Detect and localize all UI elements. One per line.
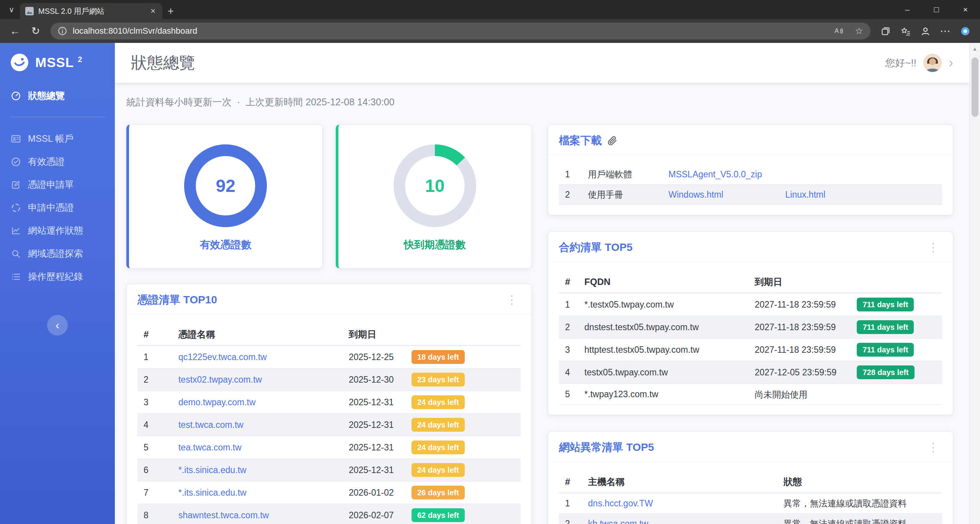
brand[interactable]: MSSL 2 (0, 43, 115, 79)
new-tab-button[interactable]: + (162, 3, 179, 19)
favorites-icon[interactable] (897, 22, 914, 40)
table-row: 2 dnstest.testx05.twpay.com.tw 2027-11-1… (559, 316, 942, 339)
days-left-badge: 24 days left (412, 395, 465, 409)
expiry-date: 2025-12-31 (349, 419, 407, 431)
days-left-badge: 26 days left (412, 486, 465, 499)
sidebar-item-site-status[interactable]: 網站運作狀態 (0, 219, 115, 242)
valid-certs-stat-card: 92 有效憑證數 (126, 124, 323, 269)
host-link[interactable]: dns.hcct.gov.TW (588, 498, 653, 508)
sidebar-item-domain-discovery[interactable]: 網域憑證探索 (0, 242, 115, 265)
cert-table: # 憑證名稱 到期日 1 (137, 324, 521, 524)
col-header-no: # (137, 324, 172, 346)
scrollbar-up-arrow[interactable]: ▲ (970, 43, 980, 54)
cert-name-link[interactable]: qc1225ev.twca.com.tw (178, 352, 267, 362)
days-left-badge: 18 days left (412, 350, 465, 364)
fqdn-text: *.testx05.twpay.com.tw (578, 293, 749, 316)
site-issues-title: 網站異常清單 TOP5 (559, 440, 654, 455)
table-row: 4 test.twca.com.tw 2025-12-3124 days lef… (137, 414, 521, 436)
contracts-title: 合約清單 TOP5 (559, 240, 632, 255)
days-left-badge: 23 days left (412, 373, 465, 386)
expiry-date: 2025-12-31 (349, 464, 407, 476)
table-row: 6 *.its.sinica.edu.tw 2025-12-3124 days … (137, 459, 521, 481)
address-bar[interactable]: localhost:8010/clmSvr/dashboard ☆ (51, 23, 871, 39)
refresh-button[interactable]: ↻ (27, 22, 44, 40)
tab-strip: ∨ MSSL 2.0 用戶網站 × + – □ × (0, 0, 980, 19)
sidebar-item-valid-certs[interactable]: 有效憑證 (0, 150, 115, 173)
sidebar-item-cert-requests[interactable]: 憑證申請單 (0, 173, 115, 196)
site-issues-menu-icon[interactable]: ⋮ (924, 442, 942, 453)
tab-close-icon[interactable]: × (149, 6, 157, 16)
browser-chrome: ∨ MSSL 2.0 用戶網站 × + – □ × ← ↻ localhost:… (0, 0, 980, 43)
cert-name-link[interactable]: testx02.twpay.com.tw (178, 375, 262, 385)
close-window-button[interactable]: × (951, 0, 980, 19)
sidebar-item-history-log[interactable]: 操作歷程紀錄 (0, 265, 115, 288)
update-info: 統計資料每小時更新一次 · 上次更新時間 2025-12-08 14:30:00 (126, 96, 953, 108)
url-text: localhost:8010/clmSvr/dashboard (73, 26, 825, 36)
more-menu-icon[interactable]: ⋯ (936, 22, 954, 40)
site-issues-card: 網站異常清單 TOP5 ⋮ # 主機名稱 狀態 (548, 431, 953, 524)
sidebar-collapse-button[interactable]: ‹ (47, 315, 68, 336)
window-controls: – □ × (893, 0, 980, 19)
contracts-table: # FQDN 到期日 1 (559, 271, 942, 405)
fqdn-text: *.twpay123.com.tw (578, 384, 749, 405)
table-row: 2 kb.twca.com.tw 異常，無法連線或讀取憑證資料 (559, 513, 942, 524)
download-link[interactable]: MSSLAgent_V5.0.0_zip (668, 169, 785, 180)
user-menu[interactable]: 您好~!! › (885, 54, 953, 72)
site-info-icon[interactable] (57, 26, 67, 36)
fqdn-text: testx05.twpay.com.tw (578, 361, 749, 384)
expiring-certs-stat-card: 10 快到期憑證數 (336, 124, 532, 269)
avatar[interactable] (923, 54, 942, 72)
fqdn-text: dnstest.testx05.twpay.com.tw (578, 316, 749, 339)
expiring-certs-count: 10 (390, 141, 479, 230)
profile-icon[interactable] (916, 22, 934, 40)
cert-name-link[interactable]: *.its.sinica.edu.tw (178, 465, 247, 475)
cert-list-menu-icon[interactable]: ⋮ (503, 294, 521, 306)
cert-name-link[interactable]: *.its.sinica.edu.tw (178, 488, 247, 498)
sidebar-item-status-overview[interactable]: 狀態總覽 (0, 84, 115, 107)
dashboard-app: MSSL 2 狀態總覽 MSSL 帳戶 有效憑證 (0, 43, 969, 524)
contracts-menu-icon[interactable]: ⋮ (924, 242, 942, 253)
chevron-right-icon[interactable]: › (949, 56, 953, 70)
search-icon (11, 249, 21, 259)
maximize-button[interactable]: □ (922, 0, 951, 19)
id-card-icon (11, 134, 21, 144)
download-link[interactable]: Linux.html (785, 190, 825, 200)
host-link[interactable]: kb.twca.com.tw (588, 519, 648, 524)
col-header-no: # (559, 271, 578, 293)
cert-name-link[interactable]: demo.twpay.com.tw (178, 397, 256, 407)
minimize-button[interactable]: – (893, 0, 922, 19)
page-scrollbar[interactable]: ▲ (969, 43, 980, 524)
collections-icon[interactable] (877, 22, 894, 40)
col-header-no: # (559, 471, 582, 493)
table-row: 1 qc1225ev.twca.com.tw 2025-12-2518 days… (137, 346, 521, 368)
expiring-certs-label: 快到期憑證數 (404, 238, 466, 252)
scrollbar-thumb[interactable] (972, 57, 978, 117)
tab-title: MSSL 2.0 用戶網站 (38, 6, 144, 16)
table-row: 1 *.testx05.twpay.com.tw 2027-11-18 23:5… (559, 293, 942, 316)
tab-search-chevron-icon[interactable]: ∨ (3, 1, 20, 18)
download-link[interactable]: Windows.html (668, 189, 785, 200)
downloads-title: 檔案下載 (559, 133, 617, 148)
col-header-expiry: 到期日 (343, 324, 521, 346)
downloads-table: 1 用戶端軟體 MSSLAgent_V5.0.0_zip (559, 164, 942, 205)
cert-name-link[interactable]: tea.twca.com.tw (178, 442, 242, 452)
cert-name-link[interactable]: shawntest.twca.com.tw (178, 510, 269, 520)
spinner-icon (11, 203, 21, 213)
sidebar-item-pending-certs[interactable]: 申請中憑證 (0, 196, 115, 219)
sidebar-item-mssl-account[interactable]: MSSL 帳戶 (0, 127, 115, 150)
download-label: 使用手冊 (582, 185, 662, 205)
expiring-certs-donut-chart: 10 (390, 141, 479, 230)
sidebar: MSSL 2 狀態總覽 MSSL 帳戶 有效憑證 (0, 43, 115, 524)
days-left-badge: 711 days left (857, 298, 914, 311)
expiry-datetime: 2027-11-18 23:59:59 (755, 299, 852, 310)
days-left-badge: 24 days left (412, 418, 465, 432)
copilot-icon[interactable] (956, 22, 974, 40)
brand-title: MSSL 2 (35, 55, 82, 70)
back-button[interactable]: ← (6, 22, 24, 40)
main-area: 狀態總覽 您好~!! › 統計資料每小時更新一次 · 上次更新時間 20 (115, 43, 969, 524)
read-aloud-icon[interactable] (831, 23, 846, 39)
col-header-status: 狀態 (777, 471, 942, 493)
favorite-star-icon[interactable]: ☆ (851, 23, 867, 39)
cert-name-link[interactable]: test.twca.com.tw (178, 420, 243, 430)
browser-tab[interactable]: MSSL 2.0 用戶網站 × (20, 3, 162, 19)
